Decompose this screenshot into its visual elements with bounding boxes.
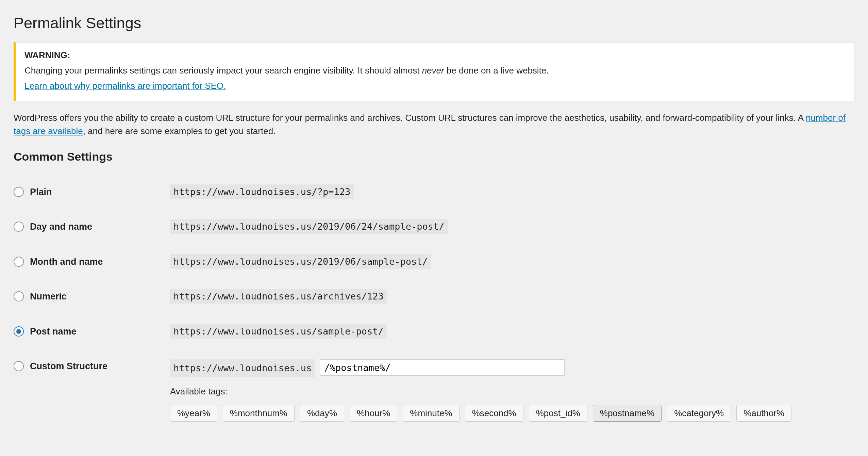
tag-button[interactable]: %hour%	[350, 405, 397, 422]
tag-button[interactable]: %post_id%	[529, 405, 587, 422]
tag-button[interactable]: %category%	[667, 405, 731, 422]
available-tags-label: Available tags:	[170, 385, 854, 398]
tag-button[interactable]: %second%	[465, 405, 523, 422]
radio-plain[interactable]	[14, 187, 24, 197]
tag-button[interactable]: %author%	[736, 405, 791, 422]
warning-heading: WARNING:	[24, 50, 70, 60]
example-day-name: https://www.loudnoises.us/2019/06/24/sam…	[170, 219, 448, 234]
custom-base-url: https://www.loudnoises.us	[170, 359, 315, 377]
custom-structure-input[interactable]	[320, 359, 565, 376]
warning-seo-link[interactable]: Learn about why permalinks are important…	[24, 81, 226, 91]
option-row-plain: Plain https://www.loudnoises.us/?p=123	[14, 179, 854, 214]
warning-text: Changing your permalinks settings can se…	[24, 64, 845, 77]
radio-post-name[interactable]	[14, 326, 24, 337]
tag-button[interactable]: %year%	[170, 405, 217, 422]
available-tags-list: %year%%monthnum%%day%%hour%%minute%%seco…	[170, 405, 854, 422]
tag-button[interactable]: %monthnum%	[223, 405, 295, 422]
option-label-day-name: Day and name	[30, 220, 92, 234]
option-row-day-name: Day and name https://www.loudnoises.us/2…	[14, 214, 854, 249]
tag-button[interactable]: %minute%	[403, 405, 459, 422]
radio-numeric[interactable]	[14, 291, 24, 302]
tag-button[interactable]: %day%	[300, 405, 344, 422]
option-label-plain: Plain	[30, 185, 52, 199]
option-row-post-name: Post name https://www.loudnoises.us/samp…	[14, 319, 854, 354]
example-plain: https://www.loudnoises.us/?p=123	[170, 184, 354, 199]
option-row-numeric: Numeric https://www.loudnoises.us/archiv…	[14, 283, 854, 319]
option-label-post-name: Post name	[30, 325, 77, 339]
page-title: Permalink Settings	[14, 12, 854, 35]
option-row-month-name: Month and name https://www.loudnoises.us…	[14, 249, 854, 284]
example-post-name: https://www.loudnoises.us/sample-post/	[170, 324, 387, 339]
option-label-custom: Custom Structure	[30, 359, 107, 373]
option-label-month-name: Month and name	[30, 255, 103, 269]
radio-custom[interactable]	[14, 361, 24, 371]
page-description: WordPress offers you the ability to crea…	[14, 111, 854, 138]
option-label-numeric: Numeric	[30, 290, 67, 304]
warning-notice: WARNING: Changing your permalinks settin…	[14, 42, 854, 101]
option-row-custom: Custom Structure https://www.loudnoises.…	[14, 353, 854, 422]
example-numeric: https://www.loudnoises.us/archives/123	[170, 289, 387, 304]
radio-month-name[interactable]	[14, 257, 24, 267]
section-title-common-settings: Common Settings	[14, 148, 854, 165]
tag-button[interactable]: %postname%	[593, 405, 662, 422]
radio-day-name[interactable]	[14, 222, 24, 232]
example-month-name: https://www.loudnoises.us/2019/06/sample…	[170, 254, 431, 269]
